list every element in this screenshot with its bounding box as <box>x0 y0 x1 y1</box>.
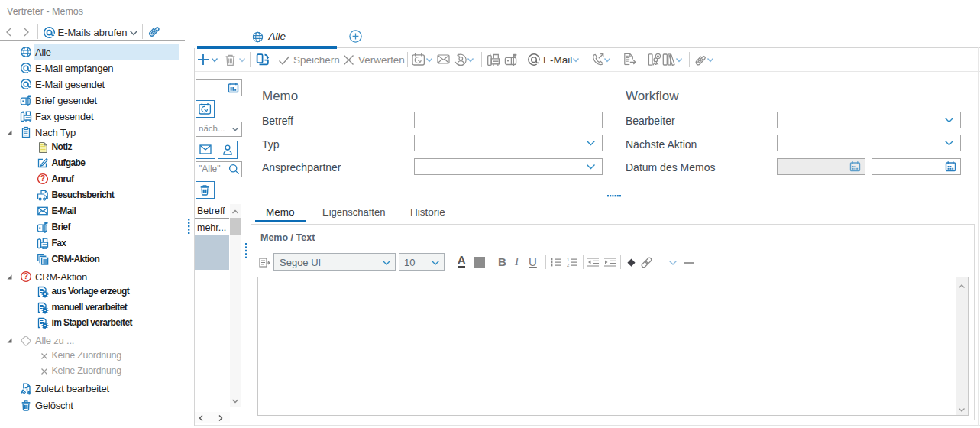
svg-text:?: ? <box>40 173 45 183</box>
svg-text:2: 2 <box>567 263 570 267</box>
svg-text:?: ? <box>24 271 28 280</box>
svg-text:1: 1 <box>567 258 570 262</box>
